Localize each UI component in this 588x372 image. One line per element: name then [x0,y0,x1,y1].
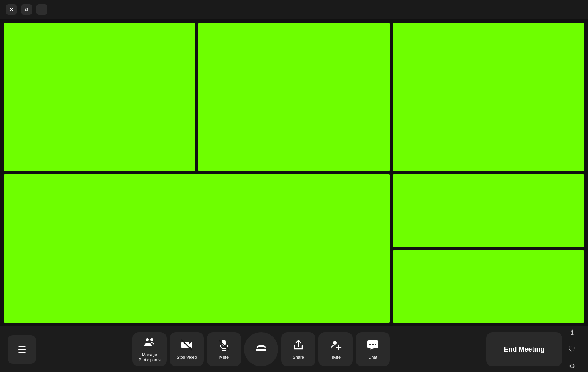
video-cell-2 [198,23,389,171]
share-label: Share [293,355,304,359]
side-icons: ℹ 🛡 ⚙ [565,326,580,372]
end-meeting-label: End Meeting [504,345,545,353]
shield-icon: 🛡 [569,345,575,353]
svg-point-0 [146,338,149,341]
share-button[interactable]: Share [281,332,315,366]
hangup-button[interactable] [244,332,278,366]
chat-icon [367,339,379,353]
invite-button[interactable]: Invite [318,332,353,366]
tile-button[interactable]: ⧉ [21,4,32,15]
end-meeting-button[interactable]: End Meeting [486,332,562,366]
svg-rect-12 [372,344,374,345]
svg-rect-11 [369,344,371,345]
video-cell-right-column [393,174,584,323]
video-cell-right-bottom [393,250,584,323]
video-cell-3 [393,23,584,171]
video-cell-1 [4,23,195,171]
stop-video-button[interactable]: Stop Video [170,332,204,366]
toolbar-right: End Meeting ℹ 🛡 ⚙ [486,326,580,372]
menu-button[interactable] [8,335,36,364]
shield-button[interactable]: 🛡 [565,342,579,356]
svg-point-7 [333,341,337,345]
video-grid [0,19,588,326]
video-cell-right-top [393,174,584,247]
toolbar: Manage Participants Stop Video [0,326,588,372]
toolbar-left [8,335,36,364]
chat-label: Chat [368,355,377,359]
tile-icon: ⧉ [25,6,28,13]
gear-icon: ⚙ [569,362,575,370]
stop-video-label: Stop Video [177,355,197,359]
hangup-icon [254,341,268,358]
minimize-icon: — [39,6,44,13]
video-icon [181,339,193,353]
titlebar: ✕ ⧉ — [0,0,588,19]
info-icon: ℹ [571,328,574,337]
mute-icon [218,339,230,353]
chat-button[interactable]: Chat [356,332,390,366]
mute-label: Mute [219,355,229,359]
svg-rect-13 [375,344,376,345]
close-button[interactable]: ✕ [6,4,17,15]
info-button[interactable]: ℹ [565,326,579,339]
minimize-button[interactable]: — [36,4,47,15]
invite-label: Invite [331,355,341,359]
share-icon [292,339,304,353]
menu-icon [18,346,26,353]
close-icon: ✕ [9,6,14,13]
video-cell-large [4,174,390,323]
manage-participants-button[interactable]: Manage Participants [132,332,167,366]
settings-button[interactable]: ⚙ [565,359,579,372]
mute-button[interactable]: Mute [207,332,241,366]
svg-point-1 [150,338,153,341]
invite-icon [329,339,342,353]
toolbar-center: Manage Participants Stop Video [36,332,486,366]
manage-participants-label: Manage Participants [132,352,167,363]
participants-icon [143,336,156,350]
svg-rect-6 [256,349,266,351]
